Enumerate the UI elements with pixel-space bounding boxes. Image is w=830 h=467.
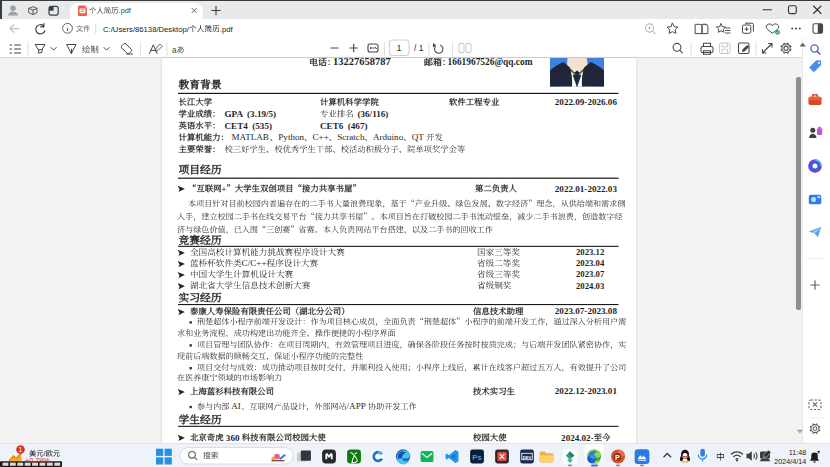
svg-text:2023.07-2023.08: 2023.07-2023.08 [555, 306, 618, 316]
svg-text:13227658787: 13227658787 [333, 56, 391, 67]
svg-text:DEV: DEV [523, 455, 532, 460]
svg-text:GPA (3.19/5): GPA (3.19/5) [225, 109, 277, 119]
svg-text:(36/116): (36/116) [358, 109, 389, 119]
svg-text:C:/Users/86138/Desktop/: C:/Users/86138/Desktop/ [103, 25, 190, 34]
svg-text:+: + [222, 185, 227, 194]
svg-text:2024.03: 2024.03 [576, 281, 605, 291]
svg-text:2024.02-: 2024.02- [561, 433, 594, 443]
svg-text:2023.12: 2023.12 [576, 247, 604, 257]
svg-text:+0.79%: +0.79% [25, 456, 50, 465]
svg-text:C++: C++ [313, 132, 329, 142]
svg-text:.pdf: .pdf [220, 25, 234, 34]
svg-text:2024/4/14: 2024/4/14 [774, 457, 806, 466]
svg-text:Python: Python [278, 132, 304, 142]
svg-text:Scratch: Scratch [337, 132, 365, 142]
svg-text:2022.09-2026.06: 2022.09-2026.06 [555, 97, 618, 107]
svg-text:.pdf: .pdf [119, 6, 132, 15]
svg-text:2023.07: 2023.07 [576, 269, 605, 279]
svg-text:2023.04: 2023.04 [576, 258, 605, 268]
svg-text:1661967526@qq.com: 1661967526@qq.com [448, 57, 533, 67]
svg-text:1: 1 [19, 446, 23, 453]
svg-text:Ps: Ps [472, 453, 482, 462]
svg-text:CET6 (467): CET6 (467) [320, 121, 368, 131]
svg-text:AI: AI [229, 401, 240, 411]
svg-text:QT: QT [412, 132, 426, 142]
svg-text:MATLAB: MATLAB [232, 132, 269, 142]
svg-text:a: a [172, 46, 177, 55]
svg-text:/ 1: / 1 [414, 43, 424, 53]
svg-text:2022.01-2022.03: 2022.01-2022.03 [555, 184, 618, 194]
svg-text:360: 360 [224, 433, 242, 443]
svg-text:1: 1 [397, 43, 402, 53]
svg-text:C/C++: C/C++ [242, 258, 267, 268]
svg-text:CET4 (535): CET4 (535) [225, 121, 273, 131]
svg-text:P: P [615, 454, 620, 462]
svg-text:2022.12-2023.01: 2022.12-2023.01 [555, 386, 618, 396]
svg-text:Arduino: Arduino [373, 132, 404, 142]
svg-text:/APP: /APP [347, 401, 368, 411]
svg-text:11:48: 11:48 [789, 448, 806, 457]
